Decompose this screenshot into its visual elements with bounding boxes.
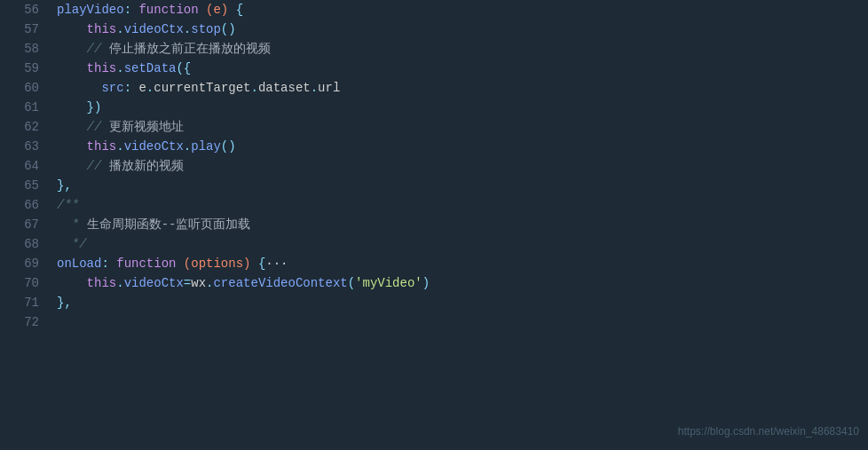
jsdoc-token: /** — [57, 198, 79, 212]
prop-token: playVideo — [57, 3, 124, 17]
watermark: https://blog.csdn.net/weixin_48683410 — [678, 422, 859, 441]
comment-token: // — [87, 159, 109, 173]
line-content: * 生命周期函数--监听页面加载 — [53, 215, 868, 234]
line-content: // 播放新的视频 — [53, 156, 868, 176]
chinese-token: 停止播放之前正在播放的视频 — [109, 42, 271, 56]
kw-token: this — [87, 139, 117, 154]
punct-token: () — [221, 139, 236, 154]
code-lines: 56playVideo: function (e) {57 this.video… — [0, 0, 868, 332]
punct-token: . — [250, 81, 257, 95]
table-row: 59 this.setData({ — [0, 59, 868, 78]
table-row: 56playVideo: function (e) { — [0, 0, 868, 20]
punct-token: = — [184, 276, 191, 290]
kw-token: this — [87, 22, 117, 36]
plain-token — [176, 257, 183, 271]
table-row: 60 src: e.currentTarget.dataset.url — [0, 78, 868, 98]
table-row: 57 this.videoCtx.stop() — [0, 20, 868, 39]
line-content: playVideo: function (e) { — [53, 0, 868, 20]
code-editor: 56playVideo: function (e) {57 this.video… — [0, 0, 868, 450]
punct-token: . — [184, 22, 191, 36]
line-content: src: e.currentTarget.dataset.url — [53, 78, 868, 98]
dots-token: ··· — [265, 257, 288, 271]
punct-token: . — [184, 139, 191, 154]
line-number: 58 — [0, 39, 53, 59]
prop-token: onLoad — [57, 257, 101, 271]
table-row: 62 // 更新视频地址 — [0, 117, 868, 137]
plain-token: url — [318, 81, 340, 95]
method-token: videoCtx — [124, 139, 184, 154]
punct-token: : — [124, 81, 139, 95]
punct-token: }, — [57, 296, 72, 310]
punct-token: . — [116, 139, 123, 154]
line-content: this.setData({ — [53, 59, 868, 78]
method-token: videoCtx — [124, 22, 184, 36]
chinese-token: 更新视频地址 — [109, 120, 184, 134]
kw-token: function — [116, 257, 176, 271]
param-token: (options) — [184, 257, 251, 271]
line-number: 60 — [0, 78, 53, 98]
line-content: // 停止播放之前正在播放的视频 — [53, 39, 868, 59]
kw-token: this — [87, 61, 117, 75]
plain-token — [228, 3, 235, 17]
param-token: (e) — [206, 3, 228, 17]
table-row: 70 this.videoCtx=wx.createVideoContext('… — [0, 273, 868, 293]
line-content: this.videoCtx.play() — [53, 137, 868, 156]
jsdoc-token: * — [64, 217, 86, 232]
line-number: 61 — [0, 98, 53, 117]
line-content: this.videoCtx.stop() — [53, 20, 868, 39]
method-token: setData — [124, 61, 177, 75]
table-row: 68 */ — [0, 234, 868, 254]
table-row: 63 this.videoCtx.play() — [0, 137, 868, 156]
plain-token: dataset — [258, 81, 311, 95]
table-row: 64 // 播放新的视频 — [0, 156, 868, 176]
line-content: /** — [53, 195, 868, 215]
line-number: 59 — [0, 59, 53, 78]
punct-token: () — [221, 22, 236, 36]
plain-token: currentTarget — [154, 81, 250, 95]
plain-token: wx — [191, 276, 206, 290]
punct-token: { — [236, 3, 243, 17]
punct-token: . — [116, 22, 123, 36]
method-token: play — [191, 139, 221, 154]
prop-token: src — [101, 81, 123, 95]
table-row: 66/** — [0, 195, 868, 215]
punct-token: . — [146, 81, 154, 95]
punct-token: : — [101, 257, 116, 271]
line-number: 63 — [0, 137, 53, 156]
chinese-token: 生命周期函数--监听页面加载 — [87, 217, 251, 232]
kw-token: function — [138, 3, 198, 17]
method-token: createVideoContext — [213, 276, 347, 290]
table-row: 71}, — [0, 293, 868, 312]
plain-token — [250, 257, 257, 271]
punct-token: . — [116, 276, 123, 290]
punct-token: ({ — [176, 61, 191, 75]
line-content: onLoad: function (options) {··· — [53, 254, 868, 273]
line-number: 64 — [0, 156, 53, 176]
line-content: */ — [53, 234, 868, 254]
punct-token: }, — [57, 178, 72, 193]
kw-token: this — [87, 276, 117, 290]
comment-token: // — [87, 120, 109, 134]
punct-token: ) — [422, 276, 430, 290]
line-content: }, — [53, 176, 868, 195]
line-number: 56 — [0, 0, 53, 20]
line-number: 68 — [0, 234, 53, 254]
line-number: 57 — [0, 20, 53, 39]
comment-token: // — [87, 42, 109, 56]
table-row: 72 — [0, 312, 868, 332]
table-row: 69onLoad: function (options) {··· — [0, 254, 868, 273]
table-row: 67 * 生命周期函数--监听页面加载 — [0, 215, 868, 234]
line-number: 67 — [0, 215, 53, 234]
method-token: videoCtx — [124, 276, 184, 290]
punct-token: . — [116, 61, 123, 75]
method-token: stop — [191, 22, 221, 36]
line-content: }, — [53, 293, 868, 312]
line-content: // 更新视频地址 — [53, 117, 868, 137]
plain-token — [199, 3, 206, 17]
table-row: 61 }) — [0, 98, 868, 117]
line-number: 71 — [0, 293, 53, 312]
plain-token: e — [138, 81, 146, 95]
line-content: }) — [53, 98, 868, 117]
punct-token: . — [311, 81, 318, 95]
line-number: 65 — [0, 176, 53, 195]
